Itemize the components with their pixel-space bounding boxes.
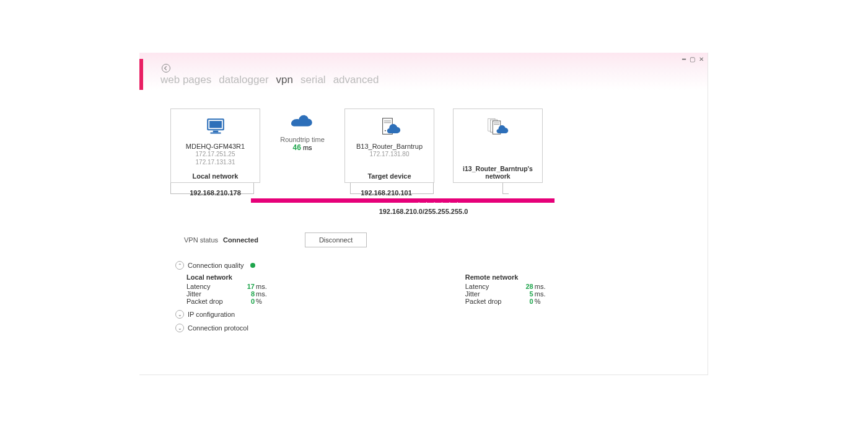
local-latency-label: Latency xyxy=(186,283,242,290)
main-content: MDEHQ-GFM43R1 172.17.251.25 172.17.131.3… xyxy=(139,90,708,332)
card-local-network: MDEHQ-GFM43R1 172.17.251.25 172.17.131.3… xyxy=(170,108,260,183)
local-network-heading: Local network xyxy=(186,273,267,281)
cloud-icon xyxy=(291,115,313,132)
local-jitter-value: 8 xyxy=(242,290,255,298)
local-jitter-label: Jitter xyxy=(186,290,242,298)
ip-local: 192.168.210.178 xyxy=(170,189,260,197)
vpn-status-label: VPN status xyxy=(184,236,218,244)
servers-cloud-icon xyxy=(486,115,511,139)
maximize-button[interactable]: ▢ xyxy=(690,56,695,63)
remote-drop-label: Packet drop xyxy=(465,298,521,305)
card-target-device: B13_Router_Barntrup 172.17.131.80 Target… xyxy=(344,108,434,183)
close-button[interactable]: ✕ xyxy=(699,56,704,63)
app-window: ━ ▢ ✕ web pages datalogger vpn serial ad… xyxy=(139,53,708,375)
quality-remote: Remote network Latency28ms. Jitter5ms. P… xyxy=(465,273,546,305)
local-ip1: 172.17.251.25 xyxy=(196,150,235,158)
target-ip: 172.17.131.80 xyxy=(370,150,410,158)
quality-body: Local network Latency17ms. Jitter8ms. Pa… xyxy=(186,273,677,305)
tab-datalogger[interactable]: datalogger xyxy=(219,74,268,86)
rtt-label: Roundtrip time xyxy=(280,136,325,143)
connection-protocol-label: Connection protocol xyxy=(188,324,248,332)
remote-network-heading: Remote network xyxy=(465,273,546,281)
chevron-down-icon[interactable]: ⌄ xyxy=(175,324,184,332)
tab-bar: web pages datalogger vpn serial advanced xyxy=(160,74,379,86)
connection-quality-section: ⌃ Connection quality Local network Laten… xyxy=(175,261,677,332)
target-name: B13_Router_Barntrup xyxy=(356,143,423,150)
vpn-tunnel-bar: · · · · · · xyxy=(251,198,555,203)
vpn-status-row: VPN status Connected Disconnect xyxy=(184,232,677,247)
roundtrip-panel: Roundtrip time 46 ms xyxy=(266,108,338,183)
quality-status-dot xyxy=(250,263,255,268)
remote-latency-label: Latency xyxy=(465,283,521,290)
chevron-down-icon[interactable]: ⌄ xyxy=(175,310,184,319)
tab-advanced[interactable]: advanced xyxy=(333,74,379,86)
remote-drop-value: 0 xyxy=(521,298,533,305)
local-ip2: 172.17.131.31 xyxy=(196,158,235,166)
svg-rect-3 xyxy=(210,133,221,134)
local-drop-label: Packet drop xyxy=(186,298,242,305)
vpn-status-value: Connected xyxy=(223,236,258,244)
card-remote-network: i13_Router_Barntrup's network xyxy=(453,108,543,183)
connection-quality-label: Connection quality xyxy=(188,262,244,269)
local-drop-value: 0 xyxy=(242,298,255,305)
vpn-ip-row: 192.168.210.178 192.168.210.101 xyxy=(170,189,677,197)
minimize-button[interactable]: ━ xyxy=(682,56,686,63)
local-footer: Local network xyxy=(171,172,260,180)
svg-point-7 xyxy=(384,130,385,131)
topology-diagram: MDEHQ-GFM43R1 172.17.251.25 172.17.131.3… xyxy=(170,108,677,183)
tunnel-dots: · · · · · · xyxy=(418,200,460,205)
rtt-value: 46 ms xyxy=(292,143,312,152)
ip-remote: 192.168.210.101 xyxy=(338,189,434,197)
back-button[interactable] xyxy=(162,64,170,73)
quality-local: Local network Latency17ms. Jitter8ms. Pa… xyxy=(186,273,267,305)
chevron-up-icon[interactable]: ⌃ xyxy=(175,261,184,270)
local-hostname: MDEHQ-GFM43R1 xyxy=(186,143,245,150)
tab-web-pages[interactable]: web pages xyxy=(160,74,211,86)
svg-rect-1 xyxy=(209,121,222,128)
local-latency-value: 17 xyxy=(242,283,255,290)
remote-footer: i13_Router_Barntrup's network xyxy=(454,165,542,180)
window-controls: ━ ▢ ✕ xyxy=(682,56,704,63)
disconnect-button[interactable]: Disconnect xyxy=(305,232,367,247)
ip-configuration-label: IP configuration xyxy=(188,311,235,318)
remote-jitter-value: 5 xyxy=(521,290,533,298)
subnet-label: 192.168.210.0/255.255.255.0 xyxy=(170,208,677,215)
remote-latency-value: 28 xyxy=(521,283,533,290)
tab-vpn[interactable]: vpn xyxy=(276,74,293,86)
computer-icon xyxy=(205,115,226,139)
svg-rect-2 xyxy=(213,131,218,133)
server-cloud-icon xyxy=(377,115,402,139)
target-footer: Target device xyxy=(345,172,434,180)
accent-bar xyxy=(139,59,143,90)
header: ━ ▢ ✕ web pages datalogger vpn serial ad… xyxy=(139,53,708,90)
tab-serial[interactable]: serial xyxy=(300,74,326,86)
remote-jitter-label: Jitter xyxy=(465,290,521,298)
